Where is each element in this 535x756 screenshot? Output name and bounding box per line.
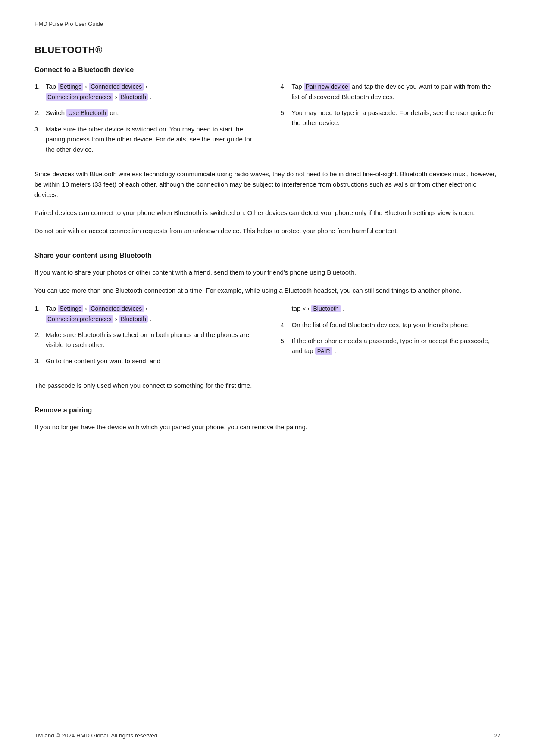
step-1: 1. Tap Settings › Connected devices › Co… bbox=[34, 81, 255, 102]
share-step-3-num: 3. bbox=[34, 356, 46, 366]
settings-highlight: Settings bbox=[58, 83, 83, 91]
share-step-3-cont: tap < › Bluetooth . bbox=[281, 303, 501, 314]
step-2-num: 2. bbox=[34, 108, 46, 118]
share-step-3: 3. Go to the content you want to send, a… bbox=[34, 356, 255, 366]
step-5: 5. You may need to type in a passcode. F… bbox=[281, 108, 501, 128]
share-steps-right: tap < › Bluetooth . 4. On the list of fo… bbox=[281, 303, 501, 372]
step-4-content: Tap Pair new device and tap the device y… bbox=[292, 81, 501, 102]
body-text-1: Since devices with Bluetooth wireless te… bbox=[34, 169, 501, 200]
body-text-2: Paired devices can connect to your phone… bbox=[34, 208, 501, 218]
body-paragraphs: Since devices with Bluetooth wireless te… bbox=[34, 169, 501, 236]
remove-pairing-body: If you no longer have the device with wh… bbox=[34, 422, 501, 432]
share-steps-grid: 1. Tap Settings › Connected devices › Co… bbox=[34, 303, 501, 372]
step-3-content: Make sure the other device is switched o… bbox=[46, 124, 255, 154]
share-step-3-cont-content: tap < › Bluetooth . bbox=[292, 303, 501, 314]
step-4: 4. Tap Pair new device and tap the devic… bbox=[281, 81, 501, 102]
step-4-num: 4. bbox=[281, 81, 292, 91]
share-step-5-num: 5. bbox=[281, 336, 292, 346]
subsection2-title: Share your content using Bluetooth bbox=[34, 252, 501, 259]
share-step-3-content: Go to the content you want to send, and bbox=[46, 356, 255, 366]
pair-btn-highlight: PAIR bbox=[315, 347, 333, 355]
subsection1-title: Connect to a Bluetooth device bbox=[34, 66, 501, 74]
step-1-content: Tap Settings › Connected devices › Conne… bbox=[46, 81, 255, 102]
share-step-1: 1. Tap Settings › Connected devices › Co… bbox=[34, 303, 255, 324]
share-step-2-num: 2. bbox=[34, 330, 46, 340]
share-connection-preferences-highlight: Connection preferences bbox=[46, 315, 113, 323]
subsection3-title: Remove a pairing bbox=[34, 406, 501, 414]
share-step-4-content: On the list of found Bluetooth devices, … bbox=[292, 320, 501, 330]
share-intro-1: If you want to share your photos or othe… bbox=[34, 267, 501, 278]
step-2-content: Switch Use Bluetooth on. bbox=[46, 108, 255, 118]
step-5-num: 5. bbox=[281, 108, 292, 118]
footer-copyright: TM and © 2024 HMD Global. All rights res… bbox=[34, 732, 159, 739]
share-step-4-num: 4. bbox=[281, 320, 292, 330]
connect-steps-left: 1. Tap Settings › Connected devices › Co… bbox=[34, 81, 255, 160]
share-step-5: 5. If the other phone needs a passcode, … bbox=[281, 336, 501, 356]
share-step-1-content: Tap Settings › Connected devices › Conne… bbox=[46, 303, 255, 324]
share-step-4: 4. On the list of found Bluetooth device… bbox=[281, 320, 501, 330]
share-step-5-content: If the other phone needs a passcode, typ… bbox=[292, 336, 501, 356]
share-steps-left-list: 1. Tap Settings › Connected devices › Co… bbox=[34, 303, 255, 372]
share-step-1-num: 1. bbox=[34, 303, 46, 313]
share-connected-devices-highlight: Connected devices bbox=[89, 305, 144, 312]
connect-steps-right: 4. Tap Pair new device and tap the devic… bbox=[281, 81, 501, 160]
share-icon: < bbox=[303, 306, 306, 312]
page: HMD Pulse Pro User Guide BLUETOOTH® Conn… bbox=[0, 0, 535, 756]
step-5-content: You may need to type in a passcode. For … bbox=[292, 108, 501, 128]
passcode-note: The passcode is only used when you conne… bbox=[34, 381, 501, 391]
connect-steps-grid: 1. Tap Settings › Connected devices › Co… bbox=[34, 81, 501, 160]
share-steps-right-list: tap < › Bluetooth . 4. On the list of fo… bbox=[281, 303, 501, 362]
step-3: 3. Make sure the other device is switche… bbox=[34, 124, 255, 154]
share-settings-highlight: Settings bbox=[58, 305, 83, 312]
step-2: 2. Switch Use Bluetooth on. bbox=[34, 108, 255, 118]
share-step-2-content: Make sure Bluetooth is switched on in bo… bbox=[46, 330, 255, 350]
page-number: 27 bbox=[494, 732, 501, 739]
pair-new-device-highlight: Pair new device bbox=[304, 83, 350, 91]
bluetooth-highlight-1: Bluetooth bbox=[119, 93, 148, 101]
section-title: BLUETOOTH® bbox=[34, 44, 501, 56]
connection-preferences-highlight-1: Connection preferences bbox=[46, 93, 113, 101]
connected-devices-highlight-1: Connected devices bbox=[89, 83, 144, 91]
body-text-3: Do not pair with or accept connection re… bbox=[34, 226, 501, 236]
share-bluetooth-highlight: Bluetooth bbox=[119, 315, 148, 323]
page-footer: TM and © 2024 HMD Global. All rights res… bbox=[34, 732, 501, 739]
step-3-num: 3. bbox=[34, 124, 46, 134]
share-step-3-cont-num bbox=[281, 303, 292, 313]
share-bluetooth-highlight-2: Bluetooth bbox=[311, 305, 340, 312]
header-title: HMD Pulse Pro User Guide bbox=[34, 21, 501, 27]
steps-right-list: 4. Tap Pair new device and tap the devic… bbox=[281, 81, 501, 134]
share-intro-2: You can use more than one Bluetooth conn… bbox=[34, 285, 501, 296]
share-steps-left: 1. Tap Settings › Connected devices › Co… bbox=[34, 303, 255, 372]
share-step-2: 2. Make sure Bluetooth is switched on in… bbox=[34, 330, 255, 350]
step-1-num: 1. bbox=[34, 81, 46, 91]
use-bluetooth-highlight: Use Bluetooth bbox=[66, 109, 108, 117]
steps-left-list: 1. Tap Settings › Connected devices › Co… bbox=[34, 81, 255, 160]
